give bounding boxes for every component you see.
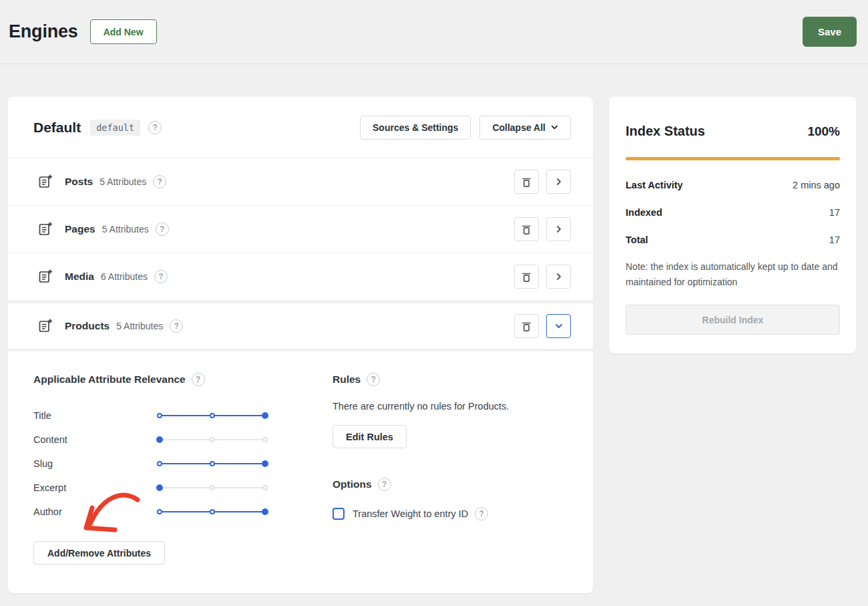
source-help-icon[interactable]: ? <box>154 270 168 283</box>
relevance-section-heading: Applicable Attribute Relevance ? <box>33 373 333 386</box>
collapse-all-button[interactable]: Collapse All <box>479 116 571 140</box>
transfer-weight-option: Transfer Weight to entry ID ? <box>333 507 571 520</box>
slider-row-excerpt: Excerpt <box>33 476 333 500</box>
source-attribute-count: 5 Attributes <box>102 224 149 235</box>
slider-row-content: Content <box>33 428 333 452</box>
index-status-rows: Last Activity 2 mins ago Indexed 17 Tota… <box>626 171 840 253</box>
rebuild-index-button[interactable]: Rebuild Index <box>626 305 840 335</box>
add-new-button[interactable]: Add New <box>90 19 157 44</box>
rules-heading-label: Rules <box>333 373 361 386</box>
transfer-weight-help-icon[interactable]: ? <box>475 507 488 520</box>
slider-row-title: Title <box>33 404 333 428</box>
collapse-all-label: Collapse All <box>492 122 546 133</box>
source-help-icon[interactable]: ? <box>170 319 183 333</box>
source-name: Media <box>65 271 94 283</box>
index-progress-bar <box>626 157 840 160</box>
engine-help-icon[interactable]: ? <box>148 121 162 134</box>
expand-source-button[interactable] <box>546 170 571 194</box>
source-row-pages: Pages 5 Attributes ? <box>8 206 593 253</box>
slider-row-slug: Slug <box>33 452 333 476</box>
attribute-label: Author <box>33 506 158 517</box>
post-source-icon <box>37 269 53 285</box>
attribute-label: Excerpt <box>33 482 158 493</box>
engine-header: Default default ? Sources & Settings Col… <box>8 97 593 158</box>
products-detail-panel: Applicable Attribute Relevance ? Title C… <box>8 351 593 565</box>
index-status-row: Indexed 17 <box>626 198 840 226</box>
chevron-down-icon <box>555 322 563 330</box>
source-name: Posts <box>65 176 93 188</box>
relevance-slider[interactable] <box>158 508 267 516</box>
edit-rules-button[interactable]: Edit Rules <box>333 425 407 448</box>
chevron-right-icon <box>555 225 563 233</box>
relevance-slider[interactable] <box>158 436 267 444</box>
trash-icon <box>521 224 531 235</box>
relevance-heading-label: Applicable Attribute Relevance <box>33 373 186 386</box>
sources-settings-button[interactable]: Sources & Settings <box>360 116 471 140</box>
delete-source-button[interactable] <box>514 314 539 338</box>
relevance-slider[interactable] <box>158 484 267 492</box>
stat-label: Last Activity <box>626 180 683 190</box>
page-title: Engines <box>9 21 78 42</box>
delete-source-button[interactable] <box>514 265 539 289</box>
chevron-down-icon <box>551 124 558 131</box>
source-row-media: Media 6 Attributes ? <box>8 253 593 301</box>
transfer-weight-label: Transfer Weight to entry ID <box>353 508 468 519</box>
post-source-icon <box>37 318 53 334</box>
source-attribute-count: 5 Attributes <box>99 176 146 187</box>
relevance-slider[interactable] <box>158 412 267 420</box>
options-heading-label: Options <box>333 478 372 490</box>
index-status-row: Total 17 <box>626 226 840 253</box>
source-row-products: Products 5 Attributes ? <box>8 301 593 351</box>
post-source-icon <box>37 174 53 190</box>
delete-source-button[interactable] <box>514 170 539 194</box>
index-note: Note: the index is automatically kept up… <box>626 259 840 289</box>
stat-label: Indexed <box>626 207 662 218</box>
trash-icon <box>521 271 531 283</box>
rules-empty-text: There are currently no rules for Product… <box>333 401 571 412</box>
content-area: Default default ? Sources & Settings Col… <box>0 64 868 593</box>
expand-source-button[interactable] <box>546 265 571 289</box>
source-attribute-count: 6 Attributes <box>101 271 148 282</box>
stat-value: 17 <box>829 235 840 245</box>
relevance-slider[interactable] <box>158 460 267 468</box>
index-status-title: Index Status <box>626 124 705 139</box>
source-name: Products <box>65 320 110 332</box>
attribute-label: Slug <box>33 458 158 469</box>
save-button[interactable]: Save <box>803 17 857 47</box>
post-source-icon <box>37 221 53 237</box>
options-section-heading: Options ? <box>333 478 571 491</box>
source-row-posts: Posts 5 Attributes ? <box>8 158 593 206</box>
stat-value: 2 mins ago <box>793 180 840 190</box>
trash-icon <box>521 176 531 188</box>
trash-icon <box>521 321 531 332</box>
attribute-label: Title <box>33 410 158 421</box>
engine-slug-badge: default <box>90 120 140 136</box>
slider-row-author: Author <box>33 500 333 524</box>
source-help-icon[interactable]: ? <box>153 175 166 188</box>
source-name: Pages <box>65 223 95 235</box>
admin-topbar: Engines Add New Save <box>0 0 868 64</box>
index-status-card: Index Status 100% Last Activity 2 mins a… <box>609 97 856 353</box>
source-attribute-count: 5 Attributes <box>116 321 163 331</box>
add-remove-attributes-button[interactable]: Add/Remove Attributes <box>33 541 165 565</box>
transfer-weight-checkbox[interactable] <box>333 508 345 520</box>
collapse-source-button[interactable] <box>546 314 571 338</box>
index-status-header: Index Status 100% <box>626 114 840 139</box>
engine-name: Default <box>33 120 81 136</box>
engine-card: Default default ? Sources & Settings Col… <box>8 97 593 593</box>
delete-source-button[interactable] <box>514 217 539 241</box>
relevance-help-icon[interactable]: ? <box>192 373 205 386</box>
index-status-row: Last Activity 2 mins ago <box>626 171 840 198</box>
options-help-icon[interactable]: ? <box>378 478 391 491</box>
attribute-label: Content <box>33 434 158 445</box>
stat-value: 17 <box>829 207 840 218</box>
rules-section-heading: Rules ? <box>333 373 571 386</box>
relevance-sliders: Title Content Slug Excerpt <box>33 404 333 524</box>
rules-help-icon[interactable]: ? <box>367 373 380 386</box>
chevron-right-icon <box>555 273 563 281</box>
chevron-right-icon <box>555 178 563 186</box>
index-status-percent: 100% <box>807 124 840 139</box>
source-help-icon[interactable]: ? <box>156 222 169 236</box>
expand-source-button[interactable] <box>546 217 571 241</box>
stat-label: Total <box>626 235 648 245</box>
